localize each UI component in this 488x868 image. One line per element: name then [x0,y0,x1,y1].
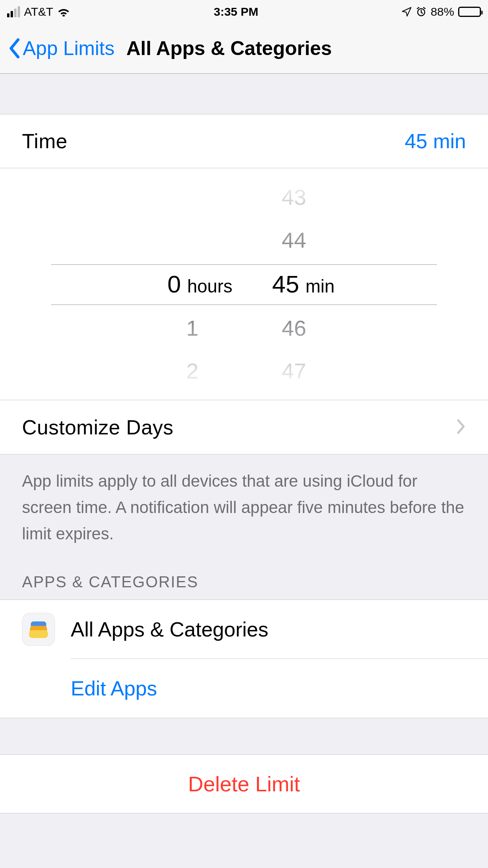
alarm-icon [416,6,427,17]
signal-bars-icon [7,6,20,17]
time-row[interactable]: Time 45 min [0,114,488,168]
apps-section-header: APPS & CATEGORIES [0,568,488,600]
hours-column[interactable]: .. .. .. 0hours 1h 2h 3h [153,168,232,400]
all-apps-icon [22,613,55,646]
min-option: 44 [279,227,306,253]
customize-days-label: Customize Days [22,416,174,439]
section-spacer [0,718,488,754]
status-left: AT&T [7,5,70,18]
carrier-label: AT&T [24,5,53,18]
edit-apps-button[interactable]: Edit Apps [0,659,488,718]
hours-unit: hours [187,276,232,297]
hours-option: 2 [171,358,198,384]
back-label: App Limits [23,37,114,60]
nav-header: App Limits All Apps & Categories [0,24,488,74]
hours-option: 1 [171,315,198,341]
delete-limit-button[interactable]: Delete Limit [0,754,488,813]
min-unit: min [305,276,334,297]
hours-selected: 0 [153,270,181,298]
section-spacer [0,74,488,114]
minutes-column[interactable]: 42m 43m 44m 45min 46m 47m 48m [272,168,334,400]
edit-apps-label: Edit Apps [71,677,157,700]
page-title: All Apps & Categories [126,37,332,60]
footer-help-text: App limits apply to all devices that are… [0,454,488,568]
back-button[interactable]: App Limits [8,37,114,60]
chevron-left-icon [8,38,20,59]
location-icon [402,7,412,17]
status-right: 88% [402,5,481,18]
all-apps-row[interactable]: All Apps & Categories [0,600,488,659]
min-selected: 45 [272,270,299,298]
status-bar: AT&T 3:35 PM 88% [0,0,488,24]
status-time: 3:35 PM [214,5,258,18]
min-option: 46 [279,315,306,341]
battery-pct: 88% [431,5,454,18]
battery-icon [458,7,481,17]
apps-group: All Apps & Categories Edit Apps [0,600,488,718]
delete-limit-label: Delete Limit [188,772,300,796]
wifi-icon [57,7,70,17]
min-option: 43 [279,184,306,210]
chevron-right-icon [457,419,466,436]
time-picker[interactable]: .. .. .. 0hours 1h 2h 3h 42m 43m 44m 45m… [0,168,488,400]
time-value: 45 min [405,129,466,153]
all-apps-label: All Apps & Categories [71,618,268,641]
customize-days-row[interactable]: Customize Days [0,400,488,454]
time-label: Time [22,129,68,153]
min-option: 47 [279,358,306,384]
